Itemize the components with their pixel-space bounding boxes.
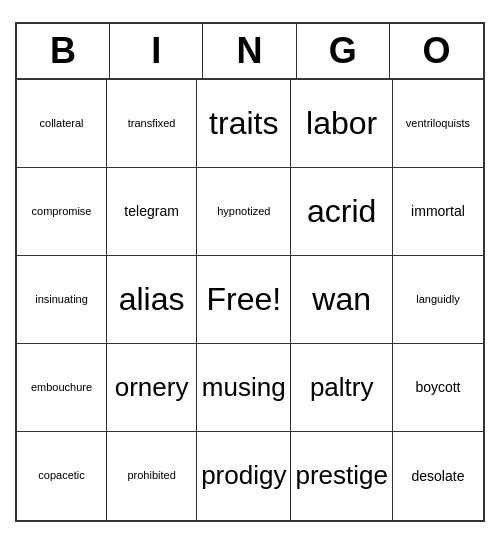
cell-text: ornery [115,372,189,403]
bingo-cell[interactable]: prohibited [107,432,197,520]
cell-text: hypnotized [217,205,270,218]
cell-text: prodigy [201,460,286,491]
header-letter: N [203,24,296,78]
cell-text: prohibited [127,469,175,482]
cell-text: compromise [32,205,92,218]
cell-text: acrid [307,192,376,230]
bingo-card: BINGO collateraltransfixedtraitslaborven… [15,22,485,522]
bingo-cell[interactable]: traits [197,80,291,168]
cell-text: alias [119,280,185,318]
bingo-cell[interactable]: insinuating [17,256,107,344]
cell-text: telegram [124,203,178,220]
header-letter: I [110,24,203,78]
bingo-cell[interactable]: acrid [291,168,393,256]
bingo-cell[interactable]: copacetic [17,432,107,520]
cell-text: embouchure [31,381,92,394]
cell-text: transfixed [128,117,176,130]
cell-text: paltry [310,372,374,403]
cell-text: boycott [415,379,460,396]
bingo-cell[interactable]: Free! [197,256,291,344]
bingo-cell[interactable]: prodigy [197,432,291,520]
bingo-cell[interactable]: transfixed [107,80,197,168]
cell-text: traits [209,104,278,142]
cell-text: immortal [411,203,465,220]
cell-text: collateral [40,117,84,130]
cell-text: ventriloquists [406,117,470,130]
bingo-header: BINGO [17,24,483,80]
bingo-cell[interactable]: immortal [393,168,483,256]
header-letter: G [297,24,390,78]
bingo-cell[interactable]: boycott [393,344,483,432]
bingo-cell[interactable]: alias [107,256,197,344]
header-letter: B [17,24,110,78]
header-letter: O [390,24,483,78]
cell-text: languidly [416,293,459,306]
bingo-cell[interactable]: embouchure [17,344,107,432]
cell-text: musing [202,372,286,403]
bingo-cell[interactable]: telegram [107,168,197,256]
bingo-grid: collateraltransfixedtraitslaborventriloq… [17,80,483,520]
bingo-cell[interactable]: labor [291,80,393,168]
bingo-cell[interactable]: wan [291,256,393,344]
bingo-cell[interactable]: musing [197,344,291,432]
bingo-cell[interactable]: collateral [17,80,107,168]
cell-text: desolate [411,468,464,485]
cell-text: copacetic [38,469,84,482]
bingo-cell[interactable]: compromise [17,168,107,256]
bingo-cell[interactable]: languidly [393,256,483,344]
bingo-cell[interactable]: hypnotized [197,168,291,256]
cell-text: insinuating [35,293,88,306]
bingo-cell[interactable]: prestige [291,432,393,520]
cell-text: wan [312,280,371,318]
cell-text: Free! [206,280,281,318]
bingo-cell[interactable]: ornery [107,344,197,432]
bingo-cell[interactable]: paltry [291,344,393,432]
cell-text: prestige [295,460,388,491]
bingo-cell[interactable]: desolate [393,432,483,520]
cell-text: labor [306,104,377,142]
bingo-cell[interactable]: ventriloquists [393,80,483,168]
